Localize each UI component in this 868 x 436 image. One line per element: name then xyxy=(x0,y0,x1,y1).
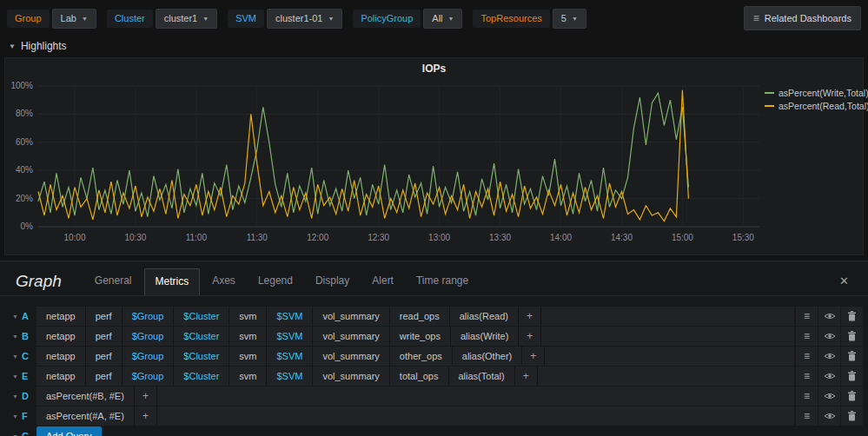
iops-chart[interactable]: 0%20%40%60%80%100%10:0010:3011:0011:3012… xyxy=(5,77,765,251)
legend-item[interactable]: asPercent(Write,Total) xyxy=(765,88,862,98)
trash-button[interactable] xyxy=(841,307,863,326)
trash-button[interactable] xyxy=(841,406,863,426)
trash-button[interactable] xyxy=(841,347,863,366)
query-segment[interactable]: $Cluster xyxy=(174,367,229,386)
query-segment[interactable]: $Group xyxy=(123,307,175,326)
close-editor-icon[interactable]: ✕ xyxy=(836,271,852,291)
add-query-button[interactable]: Add Query xyxy=(36,426,102,436)
query-list: ▼Anetappperf$Group$Clustersvm$SVMvol_sum… xyxy=(0,296,868,436)
add-segment-button[interactable]: + xyxy=(515,367,538,386)
menu-button[interactable]: ≡ xyxy=(796,386,818,406)
eye-button[interactable] xyxy=(818,347,840,366)
query-segment[interactable]: $Cluster xyxy=(174,307,229,326)
query-collapse-A[interactable]: ▼A xyxy=(5,307,36,326)
query-collapse-C[interactable]: ▼C xyxy=(5,347,36,366)
editor-header: Graph GeneralMetricsAxesLegendDisplayAle… xyxy=(0,261,868,296)
query-segment[interactable]: perf xyxy=(86,307,123,326)
query-segment[interactable]: $Group xyxy=(123,347,175,366)
query-segment[interactable]: $Group xyxy=(123,327,175,346)
query-segment[interactable]: $Group xyxy=(123,367,175,386)
chevron-down-icon: ▼ xyxy=(12,373,18,380)
tab-general[interactable]: General xyxy=(84,268,142,295)
query-segment[interactable]: netapp xyxy=(36,327,86,346)
variable-value-group[interactable]: Lab▼ xyxy=(52,9,96,29)
add-segment-button[interactable]: + xyxy=(135,406,157,426)
query-collapse-G[interactable]: ▼G xyxy=(5,426,36,436)
tab-metrics[interactable]: Metrics xyxy=(144,268,201,295)
query-segment[interactable]: perf xyxy=(86,327,123,346)
query-segment[interactable]: alias(Other) xyxy=(453,347,522,366)
query-segment[interactable]: total_ops xyxy=(390,367,449,386)
query-segment[interactable]: $SVM xyxy=(267,347,313,366)
query-segment[interactable]: alias(Read) xyxy=(450,307,519,326)
query-segment[interactable]: $Cluster xyxy=(174,347,229,366)
menu-button[interactable]: ≡ xyxy=(796,347,818,366)
add-segment-button[interactable]: + xyxy=(135,386,157,406)
variable-value-topresources[interactable]: 5▼ xyxy=(553,9,586,29)
menu-button[interactable]: ≡ xyxy=(796,307,818,326)
eye-button[interactable] xyxy=(818,367,840,386)
query-segment[interactable]: perf xyxy=(86,347,123,366)
trash-button[interactable] xyxy=(841,386,863,406)
variable-value-svm[interactable]: cluster1-01▼ xyxy=(267,9,342,29)
query-row-B: ▼Bnetappperf$Group$Clustersvm$SVMvol_sum… xyxy=(5,327,863,346)
query-segment[interactable]: $Cluster xyxy=(174,327,229,346)
trash-button[interactable] xyxy=(841,327,863,346)
eye-button[interactable] xyxy=(818,307,840,326)
query-segment[interactable]: write_ops xyxy=(390,327,451,346)
query-segment[interactable]: perf xyxy=(86,367,123,386)
variable-value-policygroup[interactable]: All▼ xyxy=(423,9,462,29)
query-collapse-E[interactable]: ▼E xyxy=(5,367,36,386)
query-segment[interactable]: $SVM xyxy=(267,307,313,326)
query-segment[interactable]: vol_summary xyxy=(313,367,389,386)
eye-button[interactable] xyxy=(818,406,840,426)
query-segment[interactable]: netapp xyxy=(36,367,86,386)
eye-button[interactable] xyxy=(818,386,840,406)
variable-label-cluster: Cluster xyxy=(107,10,153,28)
highlights-section-header[interactable]: ▼ Highlights xyxy=(0,36,868,57)
menu-button[interactable]: ≡ xyxy=(796,367,818,386)
menu-button[interactable]: ≡ xyxy=(796,327,818,346)
query-segment[interactable]: svm xyxy=(229,347,267,366)
legend-item[interactable]: asPercent(Read,Total) xyxy=(765,101,862,111)
query-segment[interactable]: asPercent(#A, #E) xyxy=(36,406,135,426)
query-segment[interactable]: netapp xyxy=(36,347,86,366)
query-segment[interactable]: svm xyxy=(229,327,267,346)
eye-icon xyxy=(824,332,836,340)
query-body-D: asPercent(#B, #E)+ xyxy=(36,386,794,406)
menu-button[interactable]: ≡ xyxy=(796,406,818,426)
variable-value-cluster[interactable]: cluster1▼ xyxy=(156,9,217,29)
chevron-down-icon: ▼ xyxy=(82,16,88,22)
tab-time-range[interactable]: Time range xyxy=(406,268,479,295)
query-segment[interactable]: vol_summary xyxy=(313,327,389,346)
query-row-C: ▼Cnetappperf$Group$Clustersvm$SVMvol_sum… xyxy=(5,347,863,366)
query-segment[interactable]: vol_summary xyxy=(313,307,389,326)
trash-button[interactable] xyxy=(841,367,863,386)
query-segment[interactable]: alias(Write) xyxy=(451,327,519,346)
query-collapse-F[interactable]: ▼F xyxy=(5,406,36,426)
query-segment[interactable]: netapp xyxy=(36,307,86,326)
tab-legend[interactable]: Legend xyxy=(248,268,303,295)
related-dashboards-button[interactable]: ≡ Related Dashboards xyxy=(744,6,861,30)
eye-button[interactable] xyxy=(818,327,840,346)
query-segment[interactable]: read_ops xyxy=(390,307,450,326)
add-segment-button[interactable]: + xyxy=(519,307,541,326)
query-segment[interactable]: other_ops xyxy=(390,347,453,366)
x-axis-label: 15:30 xyxy=(732,233,754,242)
add-segment-button[interactable]: + xyxy=(522,347,545,366)
query-segment[interactable]: svm xyxy=(229,367,267,386)
tab-alert[interactable]: Alert xyxy=(361,268,404,295)
query-collapse-B[interactable]: ▼B xyxy=(5,327,36,346)
query-collapse-D[interactable]: ▼D xyxy=(5,386,36,406)
query-segment[interactable]: vol_summary xyxy=(313,347,389,366)
query-segment[interactable]: asPercent(#B, #E) xyxy=(36,386,135,406)
panel-title[interactable]: IOPs xyxy=(5,63,863,77)
query-segment[interactable]: svm xyxy=(229,307,267,326)
tab-axes[interactable]: Axes xyxy=(202,268,246,295)
query-segment[interactable]: $SVM xyxy=(267,367,313,386)
tab-display[interactable]: Display xyxy=(305,268,360,295)
query-segment[interactable]: $SVM xyxy=(267,327,313,346)
query-segment[interactable]: alias(Total) xyxy=(449,367,515,386)
chevron-down-icon: ▼ xyxy=(328,16,334,22)
add-segment-button[interactable]: + xyxy=(519,327,541,346)
